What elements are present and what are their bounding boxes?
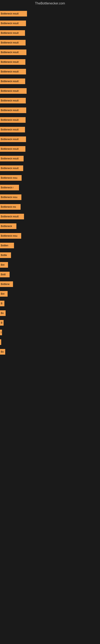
- bottleneck-bar: Bot: [0, 262, 8, 268]
- bottleneck-bar: Bo: [0, 349, 5, 354]
- bar-row: B: [0, 300, 100, 307]
- bar-row: [0, 339, 100, 345]
- bar-row: Bottleneck result: [0, 78, 100, 84]
- bottleneck-bar: Bottleneck result: [0, 30, 25, 36]
- bar-row: Bo: [0, 310, 100, 316]
- bottleneck-bar: Bottlen: [0, 243, 14, 248]
- bottleneck-bar: Bottleneck result: [0, 88, 27, 94]
- bar-row: Bottleneck resu: [0, 175, 100, 181]
- bottleneck-bar: Bottleneck result: [0, 11, 27, 16]
- bar-row: Bot: [0, 262, 100, 268]
- bottleneck-bar: Bottleneck result: [0, 146, 25, 152]
- bar-row: Bottle: [0, 252, 100, 258]
- bar-row: Bottleneck r: [0, 184, 100, 191]
- bar-row: Bottlen: [0, 242, 100, 249]
- bottleneck-bar: Bottleneck result: [0, 127, 25, 132]
- bottleneck-bar: Bottl: [0, 272, 10, 277]
- bar-row: Bottleneck: [0, 223, 100, 230]
- bar-row: Bottleneck result: [0, 155, 100, 162]
- bottleneck-bar: Bottleneck resu: [0, 175, 22, 181]
- bottleneck-bar: Bottlene: [0, 281, 13, 287]
- bar-row: Bottleneck result: [0, 126, 100, 133]
- bar-row: Bottleneck resu: [0, 194, 100, 200]
- bar-row: Bottleneck result: [0, 165, 100, 172]
- bar-row: B: [0, 320, 100, 326]
- bottleneck-bar: Bottleneck result: [0, 98, 26, 104]
- bar-row: Bottleneck result: [0, 10, 100, 17]
- bottleneck-bar: Bot: [0, 291, 8, 297]
- bottleneck-bar: Bottleneck result: [0, 50, 26, 55]
- bottleneck-bar: Bottleneck res: [0, 204, 21, 210]
- bottleneck-bar: B: [0, 301, 4, 306]
- bar-row: Bottl: [0, 271, 100, 278]
- site-title: TheBottlenecker.com: [0, 0, 100, 7]
- bar-row: Bottleneck result: [0, 20, 100, 26]
- bottleneck-bar: Bottleneck result: [0, 214, 24, 219]
- bottleneck-bar: Bottleneck result: [0, 20, 26, 26]
- site-title-text: TheBottlenecker.com: [35, 2, 65, 5]
- bar-row: Bottleneck result: [0, 68, 100, 75]
- bottleneck-bar: Bottleneck result: [0, 108, 26, 113]
- bottleneck-bar: Bottleneck: [0, 224, 16, 229]
- bar-row: Bottleneck result: [0, 117, 100, 123]
- bottleneck-bar: Bottleneck result: [0, 136, 26, 142]
- bar-row: Bot: [0, 290, 100, 297]
- bottleneck-bar: Bottleneck resu: [0, 233, 21, 239]
- bottleneck-bar: Bottleneck resu: [0, 194, 21, 200]
- bars-container: Bottleneck resultBottleneck resultBottle…: [0, 7, 100, 359]
- bottleneck-bar: Bottleneck result: [0, 40, 26, 46]
- bottleneck-bar: Bottleneck result: [0, 59, 25, 65]
- bottleneck-bar: Bottleneck result: [0, 78, 25, 84]
- bottleneck-bar: Bottleneck result: [0, 166, 23, 171]
- bar-row: Bottleneck result: [0, 88, 100, 94]
- bar-row: Bottleneck resu: [0, 233, 100, 239]
- bar-row: Bottleneck result: [0, 107, 100, 114]
- bottleneck-bar: B: [0, 320, 3, 326]
- bottleneck-bar: [0, 339, 1, 345]
- bottleneck-bar: Bo: [0, 310, 6, 316]
- bottleneck-bar: Bottleneck result: [0, 117, 26, 123]
- bottleneck-bar: I: [0, 330, 2, 335]
- bottleneck-bar: Bottle: [0, 252, 11, 258]
- bar-row: Bottleneck result: [0, 213, 100, 220]
- bar-row: Bottleneck res: [0, 204, 100, 210]
- bottleneck-bar: Bottleneck result: [0, 156, 24, 162]
- bar-row: Bottleneck result: [0, 30, 100, 36]
- bar-row: Bottleneck result: [0, 98, 100, 104]
- bar-row: Bottleneck result: [0, 136, 100, 142]
- bottleneck-bar: Bottleneck result: [0, 69, 26, 74]
- bottleneck-bar: Bottleneck r: [0, 185, 19, 190]
- bar-row: Bottleneck result: [0, 146, 100, 152]
- bar-row: Bottleneck result: [0, 59, 100, 65]
- bar-row: Bo: [0, 348, 100, 355]
- bar-row: Bottleneck result: [0, 40, 100, 46]
- bar-row: Bottleneck result: [0, 49, 100, 56]
- bar-row: I: [0, 329, 100, 336]
- bar-row: Bottlene: [0, 281, 100, 288]
